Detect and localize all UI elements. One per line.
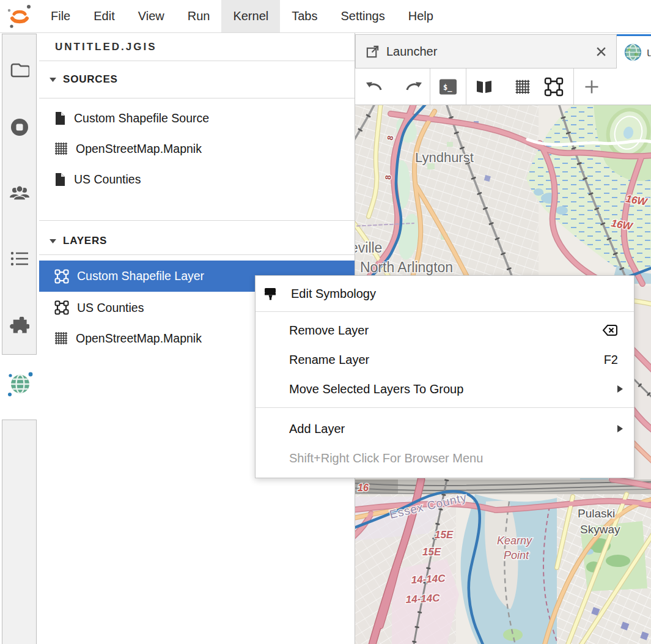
context-menu-item-label: Add Layer xyxy=(289,422,345,436)
caret-down-icon xyxy=(50,78,56,82)
map-shield-8b: 8 xyxy=(383,175,393,180)
close-icon[interactable] xyxy=(596,46,606,57)
source-item-label: US Counties xyxy=(74,172,141,187)
symbology-brush-icon xyxy=(263,286,278,302)
context-menu-item-label: Shift+Right Click For Browser Menu xyxy=(289,451,483,465)
menu-run[interactable]: Run xyxy=(176,0,222,32)
context-menu-remove-layer[interactable]: Remove Layer xyxy=(256,316,634,345)
book-identify-button[interactable] xyxy=(475,80,493,94)
menu-kernel[interactable]: Kernel xyxy=(221,0,280,32)
puzzle-icon[interactable] xyxy=(10,317,29,336)
menu-settings[interactable]: Settings xyxy=(329,0,396,32)
globe-gis-icon[interactable] xyxy=(4,368,35,400)
shortcut-f2: F2 xyxy=(604,353,618,367)
source-item-us-counties[interactable]: US Counties xyxy=(39,164,355,194)
jupyter-logo-icon xyxy=(0,0,39,32)
stop-circle-icon[interactable] xyxy=(10,117,29,137)
raster-grid-icon xyxy=(54,142,68,155)
raster-grid-button[interactable] xyxy=(515,79,531,94)
sidebar-tab-group-bottom xyxy=(2,420,37,644)
raster-grid-icon xyxy=(54,331,68,345)
terminal-console-button[interactable]: $_ xyxy=(439,78,457,95)
context-menu-item-label: Rename Layer xyxy=(289,353,369,367)
layer-item-label: US Counties xyxy=(77,301,144,315)
layer-item-label: OpenStreetMap.Mapnik xyxy=(76,331,202,346)
source-item-osm-mapnik[interactable]: OpenStreetMap.Mapnik xyxy=(39,133,355,164)
sources-header-label: SOURCES xyxy=(63,73,118,86)
tab-launcher[interactable]: Launcher xyxy=(355,34,617,68)
map-label-pulaski: Pulaski xyxy=(578,507,615,520)
source-item-label: Custom Shapefile Source xyxy=(74,111,209,125)
layers-section-header[interactable]: LAYERS xyxy=(50,235,107,247)
undo-button[interactable] xyxy=(366,80,383,94)
tab-untitled-jgis[interactable]: untitled.jgis xyxy=(617,34,651,68)
map-exit-14-a: 14-14C xyxy=(411,572,446,586)
tab-launcher-label: Launcher xyxy=(386,45,437,59)
map-exit-15e-a: 15E xyxy=(435,529,454,541)
list-icon[interactable] xyxy=(10,251,29,267)
context-menu-move-to-group[interactable]: Move Selected Layers To Group xyxy=(256,374,634,404)
submenu-arrow-icon xyxy=(617,425,623,432)
vector-polygon-icon xyxy=(54,269,69,284)
vector-polygon-button[interactable] xyxy=(544,77,564,97)
context-menu-item-label: Remove Layer xyxy=(289,324,369,338)
sources-section-header[interactable]: SOURCES xyxy=(50,73,118,86)
layer-context-menu: Edit Symbology Remove Layer Rename Layer… xyxy=(255,275,634,478)
map-label-skyway: Skyway xyxy=(580,523,620,536)
map-label-north-arlington: North Arlington xyxy=(360,259,453,275)
layers-header-label: LAYERS xyxy=(63,235,107,247)
map-label-kearny: Kearny xyxy=(497,535,532,547)
context-menu-rename-layer[interactable]: Rename Layer F2 xyxy=(256,345,634,374)
jgis-toolbar: $_ xyxy=(355,68,651,105)
map-label-lyndhurst: Lyndhurst xyxy=(415,150,474,165)
submenu-arrow-icon xyxy=(617,385,623,393)
add-button[interactable] xyxy=(584,78,600,95)
redo-button[interactable] xyxy=(405,80,422,94)
context-menu-item-label: Edit Symbology xyxy=(291,287,376,301)
panel-title: UNTITLED.JGIS xyxy=(55,41,157,53)
menu-view[interactable]: View xyxy=(127,0,176,32)
source-item-label: OpenStreetMap.Mapnik xyxy=(76,142,202,156)
caret-down-icon xyxy=(50,239,56,243)
left-sidebar xyxy=(0,33,39,644)
file-icon xyxy=(54,172,66,187)
menu-edit[interactable]: Edit xyxy=(82,0,126,32)
main-tab-bar: Launcher untitled.jgis xyxy=(355,34,651,68)
context-menu-add-layer[interactable]: Add Layer xyxy=(256,414,634,443)
remove-box-icon xyxy=(602,324,618,336)
layer-item-label: Custom Shapefile Layer xyxy=(77,269,204,283)
menu-file[interactable]: File xyxy=(39,0,82,32)
globe-icon xyxy=(624,42,642,62)
users-icon[interactable] xyxy=(9,184,30,201)
map-label-point: Point xyxy=(504,549,529,561)
file-icon xyxy=(54,111,66,125)
map-exit-14-b: 14-14C xyxy=(405,592,440,605)
launcher-icon xyxy=(366,45,380,59)
folder-icon[interactable] xyxy=(10,62,29,78)
map-exit-16: 16 xyxy=(358,483,369,493)
context-menu-browser-menu-hint: Shift+Right Click For Browser Menu xyxy=(256,443,634,473)
menu-tabs[interactable]: Tabs xyxy=(280,0,329,32)
map-label-belleville: eville xyxy=(355,240,382,256)
menu-help[interactable]: Help xyxy=(397,0,445,32)
map-exit-15e-b: 15E xyxy=(422,546,441,558)
vector-polygon-icon xyxy=(54,300,69,315)
svg-text:$_: $_ xyxy=(443,83,452,92)
menu-bar: File Edit View Run Kernel Tabs Settings … xyxy=(0,0,651,33)
tab-untitled-label: untitled.jgis xyxy=(647,45,651,59)
source-item-custom-shapefile[interactable]: Custom Shapefile Source xyxy=(39,103,355,133)
context-menu-item-label: Move Selected Layers To Group xyxy=(289,382,463,396)
context-menu-edit-symbology[interactable]: Edit Symbology xyxy=(256,276,634,311)
